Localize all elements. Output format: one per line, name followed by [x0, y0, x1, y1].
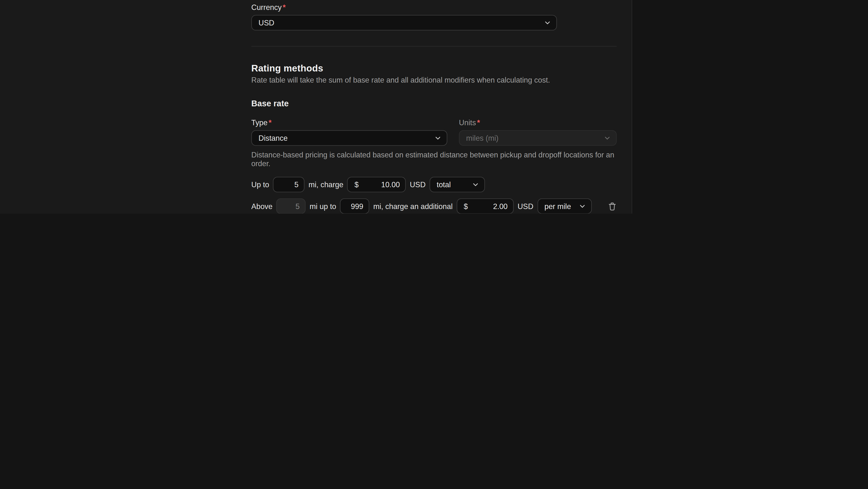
- base-rate-range-row: Up to mi, charge $ USD total: [251, 177, 617, 192]
- section-divider: [251, 46, 617, 47]
- range-qty-input[interactable]: [273, 177, 305, 192]
- chevron-down-icon: [434, 135, 441, 141]
- units-select: miles (mi): [459, 130, 617, 146]
- currency-code-label: USD: [410, 180, 426, 189]
- range-prefix-label: Above: [251, 202, 273, 210]
- required-asterisk: *: [477, 119, 480, 127]
- type-select-value: Distance: [258, 134, 435, 142]
- trash-icon: [608, 202, 617, 211]
- range-unit-select[interactable]: per mile: [537, 198, 592, 213]
- range-mid-label: mi, charge: [308, 180, 343, 189]
- range-unit-select[interactable]: total: [429, 177, 485, 192]
- range-to-input[interactable]: [340, 198, 369, 213]
- range-mid-label: mi up to: [310, 202, 336, 210]
- units-label-text: Units: [459, 119, 476, 127]
- range-prefix-label: Up to: [251, 180, 269, 189]
- units-label: Units*: [459, 119, 617, 127]
- currency-symbol: $: [464, 202, 468, 210]
- currency-label: Currency*: [251, 3, 617, 11]
- rating-methods-title: Rating methods: [251, 63, 617, 74]
- range-unit-value: total: [437, 180, 472, 189]
- range-amount-input[interactable]: [468, 202, 507, 210]
- currency-select[interactable]: USD: [251, 15, 557, 30]
- delete-range-button[interactable]: [608, 202, 617, 211]
- type-description: Distance-based pricing is calculated bas…: [251, 151, 617, 168]
- currency-symbol: $: [354, 180, 359, 189]
- chevron-down-icon: [604, 135, 611, 141]
- range-amount-field[interactable]: $: [347, 177, 406, 192]
- range-amount-field[interactable]: $: [457, 198, 514, 213]
- rating-methods-subtitle: Rate table will take the sum of base rat…: [251, 76, 617, 85]
- range-amount-input[interactable]: [359, 180, 400, 189]
- type-label-text: Type: [251, 119, 268, 127]
- chevron-down-icon: [579, 203, 586, 209]
- units-select-value: miles (mi): [466, 134, 604, 142]
- type-select[interactable]: Distance: [251, 130, 447, 146]
- chevron-down-icon: [544, 19, 551, 26]
- currency-select-value: USD: [258, 19, 544, 27]
- required-asterisk: *: [269, 119, 272, 127]
- currency-code-label: USD: [518, 202, 533, 210]
- chevron-down-icon: [472, 181, 479, 188]
- rate-table-form-panel: Currency* USD Rating methods Rate table …: [0, 0, 632, 213]
- range-mid-label: mi, charge an additional: [373, 202, 453, 210]
- currency-label-text: Currency: [251, 3, 282, 11]
- base-rate-range-row: Above mi up to mi, charge an additional …: [251, 198, 617, 213]
- required-asterisk: *: [283, 3, 286, 11]
- type-label: Type*: [251, 119, 447, 127]
- range-unit-value: per mile: [545, 202, 579, 210]
- range-from-input: [276, 198, 306, 213]
- base-rate-title: Base rate: [251, 99, 617, 108]
